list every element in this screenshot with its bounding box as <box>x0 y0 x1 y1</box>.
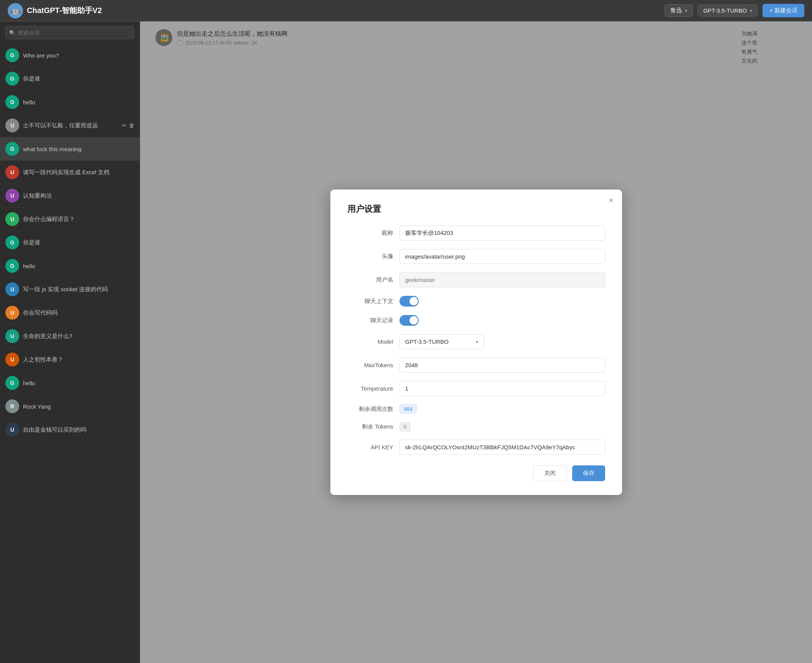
sidebar-item-actions: ✏🗑 <box>122 122 134 129</box>
edit-icon[interactable]: ✏ <box>122 122 127 129</box>
sidebar-item-life-meaning[interactable]: U生命的意义是什么? <box>0 325 140 348</box>
sidebar-item-who-are-you[interactable]: GWho are you? <box>0 44 140 67</box>
logo-icon: 🤖 <box>8 3 23 18</box>
avatar-input[interactable] <box>399 249 605 264</box>
sidebar-item-excel-code[interactable]: U请写一段代码实现生成 Excel 文档 <box>0 161 140 184</box>
sidebar-item-label: Rock Yang <box>23 403 134 410</box>
sidebar-item-label: 生命的意义是什么? <box>23 333 134 340</box>
modal-footer: 关闭 保存 <box>347 465 605 481</box>
model-select-value: GPT-3.5-TURBO <box>405 338 449 345</box>
sidebar-item-xie-dai-ma[interactable]: U你会写代码吗 <box>0 301 140 325</box>
sidebar-item-label: 人之初性本善？ <box>23 356 134 363</box>
avatar: U <box>5 212 19 226</box>
temperature-row: Temperature <box>347 381 605 396</box>
username-input <box>399 272 605 287</box>
sidebar-item-label: 你是谁 <box>23 75 134 82</box>
model-person-dropdown[interactable]: 鲁迅 ▾ <box>665 4 693 17</box>
header: 🤖 ChatGPT-智能助手V2 鲁迅 ▾ GPT-3.5-TURBO ▾ + … <box>0 0 812 21</box>
sidebar-item-label: 写一段 js 实现 socket 连接的代码 <box>23 286 134 293</box>
avatar: U <box>5 423 19 437</box>
api-key-input[interactable] <box>399 440 605 455</box>
avatar: U <box>5 306 19 320</box>
model-person-label: 鲁迅 <box>670 7 682 14</box>
avatar: G <box>5 376 19 390</box>
context-label: 聊天上下文 <box>347 298 393 305</box>
context-row: 聊天上下文 <box>347 296 605 307</box>
avatar: G <box>5 259 19 273</box>
sidebar-item-programming[interactable]: U你会什么编程语言？ <box>0 208 140 231</box>
username-label: 用户名 <box>347 276 393 284</box>
settings-modal: 用户设置 × 昵称 头像 用户名 <box>330 190 622 495</box>
remaining-calls-badge: 964 <box>399 404 417 414</box>
chevron-down-icon: ▾ <box>685 8 687 13</box>
avatar: G <box>5 236 19 249</box>
nickname-label: 昵称 <box>347 229 393 237</box>
sidebar-item-hello-2[interactable]: Ghello <box>0 254 140 278</box>
avatar-label: 头像 <box>347 253 393 260</box>
max-tokens-input[interactable] <box>399 358 605 373</box>
context-toggle[interactable] <box>399 296 419 307</box>
avatar: U <box>5 165 19 179</box>
delete-icon[interactable]: 🗑 <box>129 122 134 129</box>
gpt-model-dropdown[interactable]: GPT-3.5-TURBO ▾ <box>698 5 758 16</box>
sidebar-item-label: 请写一段代码实现生成 Excel 文档 <box>23 169 134 176</box>
sidebar-item-rock-yang[interactable]: RRock Yang <box>0 395 140 418</box>
sidebar-item-socket-code[interactable]: U写一段 js 实现 socket 连接的代码 <box>0 278 140 301</box>
close-button[interactable]: 关闭 <box>533 465 567 481</box>
sidebar-item-hello-3[interactable]: Ghello <box>0 371 140 395</box>
model-select[interactable]: GPT-3.5-TURBO ▾ <box>399 334 484 349</box>
content-area: 🖼️ 但是她出走之后怎么生活呢，她没有钱啊 🕐 2023-06-13 17:48… <box>140 21 812 663</box>
new-chat-button[interactable]: + 新建会话 <box>762 4 804 17</box>
search-input[interactable] <box>5 26 134 39</box>
app-logo: 🤖 ChatGPT-智能助手V2 <box>8 3 665 18</box>
sidebar-item-ren-zhi-ben-shan[interactable]: U人之初性本善？ <box>0 348 140 371</box>
sidebar-item-ni-shi-shui-1[interactable]: G你是谁 <box>0 67 140 91</box>
avatar: G <box>5 48 19 62</box>
modal-overlay: 用户设置 × 昵称 头像 用户名 <box>140 21 812 663</box>
sidebar-item-ni-shi-shui-2[interactable]: G你是谁 <box>0 231 140 254</box>
remaining-calls-row: 剩余调用次数 964 <box>347 404 605 414</box>
main-layout: 🔍 GWho are you?G你是谁GhelloU士不可以不弘毅，任重而道远✏… <box>0 21 812 663</box>
sidebar-item-label: hello <box>23 263 134 269</box>
toggle-knob <box>409 297 418 305</box>
temperature-input[interactable] <box>399 381 605 396</box>
model-label: Model <box>347 338 393 345</box>
sidebar: 🔍 GWho are you?G你是谁GhelloU士不可以不弘毅，任重而道远✏… <box>0 21 140 663</box>
header-controls: 鲁迅 ▾ GPT-3.5-TURBO ▾ + 新建会话 <box>665 4 804 17</box>
temperature-label: Temperature <box>347 385 393 392</box>
modal-title: 用户设置 <box>347 203 605 215</box>
avatar-row: 头像 <box>347 249 605 264</box>
save-button[interactable]: 保存 <box>572 465 605 481</box>
nickname-row: 昵称 <box>347 226 605 241</box>
sidebar-item-ren-zhi[interactable]: U认知重构法 <box>0 184 140 208</box>
sidebar-item-label: hello <box>23 99 134 106</box>
avatar: U <box>5 329 19 343</box>
chevron-down-icon: ▾ <box>750 8 752 13</box>
max-tokens-label: MaxTokens <box>347 362 393 368</box>
remaining-tokens-badge: 0 <box>399 422 411 431</box>
remaining-calls-label: 剩余调用次数 <box>347 406 393 413</box>
sidebar-item-label: 自由是金钱可以买到的吗 <box>23 426 134 434</box>
sidebar-item-money[interactable]: U自由是金钱可以买到的吗 <box>0 418 140 442</box>
modal-close-button[interactable]: × <box>609 196 614 204</box>
sidebar-item-shi-bu-ke-yi[interactable]: U士不可以不弘毅，任重而道远✏🗑 <box>0 114 140 137</box>
avatar: G <box>5 95 19 109</box>
history-toggle[interactable] <box>399 315 419 326</box>
sidebar-item-label: what fuck this meaning <box>23 146 134 152</box>
sidebar-item-label: 认知重构法 <box>23 192 134 200</box>
search-icon: 🔍 <box>9 30 15 36</box>
sidebar-item-what-fuck[interactable]: Gwhat fuck this meaning <box>0 137 140 161</box>
new-chat-label: + 新建会话 <box>769 7 797 14</box>
max-tokens-row: MaxTokens <box>347 358 605 373</box>
avatar: U <box>5 119 19 132</box>
api-key-label: API KEY <box>347 444 393 450</box>
avatar: U <box>5 189 19 203</box>
search-wrapper: 🔍 <box>5 26 134 39</box>
username-row: 用户名 <box>347 272 605 287</box>
nickname-input[interactable] <box>399 226 605 241</box>
avatar: G <box>5 142 19 156</box>
sidebar-item-label: 士不可以不弘毅，任重而道远 <box>23 122 118 129</box>
sidebar-item-hello-1[interactable]: Ghello <box>0 91 140 114</box>
app-title: ChatGPT-智能助手V2 <box>27 5 102 16</box>
sidebar-item-label: 你会什么编程语言？ <box>23 216 134 223</box>
